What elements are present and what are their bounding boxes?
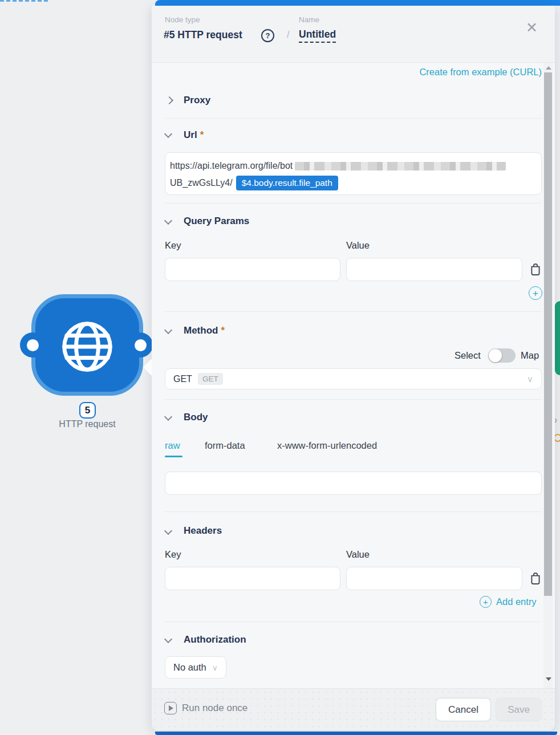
active-tab-underline bbox=[165, 456, 182, 457]
add-entry-label: Add entry bbox=[496, 596, 537, 607]
run-node-once-label: Run node once bbox=[182, 702, 247, 714]
scrollbar-down-arrow[interactable] bbox=[546, 677, 551, 681]
delete-row-icon[interactable] bbox=[530, 572, 541, 587]
toggle-map-label: Map bbox=[521, 350, 539, 361]
divider bbox=[165, 622, 542, 622]
add-row-icon[interactable]: + bbox=[529, 286, 542, 300]
node-type-value: #5 HTTP request bbox=[164, 29, 242, 41]
header-value-input[interactable] bbox=[346, 567, 522, 590]
node-connector-line bbox=[0, 0, 50, 2]
hidden-green-node[interactable] bbox=[555, 301, 560, 375]
node-number-badge: 5 bbox=[79, 402, 96, 419]
section-method-title[interactable]: Method* bbox=[184, 325, 225, 336]
modal-caret bbox=[143, 359, 152, 376]
divider bbox=[165, 399, 542, 400]
redacted-token bbox=[295, 162, 506, 170]
required-asterisk: * bbox=[200, 129, 204, 140]
run-node-once-button[interactable]: Run node once bbox=[164, 702, 247, 714]
method-dropdown[interactable]: GET GET ∨ bbox=[165, 368, 542, 389]
key-label: Key bbox=[165, 549, 181, 560]
header-key-input[interactable] bbox=[165, 567, 340, 590]
tab-raw[interactable]: raw bbox=[165, 440, 180, 451]
method-badge: GET bbox=[198, 373, 223, 385]
scrollbar-thumb[interactable] bbox=[544, 72, 552, 596]
section-query-params-title[interactable]: Query Params bbox=[184, 216, 249, 227]
chevron-down-icon: ∨ bbox=[212, 663, 218, 672]
delete-row-icon[interactable] bbox=[530, 263, 541, 278]
add-entry-button[interactable]: + Add entry bbox=[480, 596, 537, 608]
node-output-port[interactable] bbox=[128, 332, 153, 358]
value-label: Value bbox=[346, 240, 370, 251]
chevron-down-icon: ∨ bbox=[527, 374, 533, 384]
globe-icon bbox=[57, 318, 117, 377]
method-selected-value: GET bbox=[173, 374, 192, 384]
port-pin bbox=[135, 339, 147, 351]
query-param-key-input[interactable] bbox=[165, 258, 340, 281]
section-authorization-title[interactable]: Authorization bbox=[184, 634, 246, 645]
body-raw-input[interactable] bbox=[165, 472, 542, 495]
node-label: HTTP request bbox=[45, 419, 129, 429]
query-param-value-input[interactable] bbox=[346, 258, 522, 281]
select-map-toggle[interactable] bbox=[488, 348, 516, 363]
workflow-editor: 5 HTTP request o Node type #5 HTTP reque… bbox=[0, 0, 560, 735]
node-type-label: Node type bbox=[165, 15, 200, 24]
section-body-title[interactable]: Body bbox=[184, 412, 208, 423]
port-pin bbox=[27, 339, 39, 351]
name-label: Name bbox=[299, 15, 319, 24]
divider bbox=[165, 311, 542, 312]
header-separator: / bbox=[287, 29, 290, 40]
plus-circle-icon: + bbox=[480, 596, 492, 608]
url-text-line2: UB_zwGsLLy4/ bbox=[170, 178, 233, 188]
section-proxy-title[interactable]: Proxy bbox=[184, 95, 210, 106]
mapped-variable-tag[interactable]: $4.body.result.file_path bbox=[236, 176, 338, 190]
bottom-accent-bar bbox=[155, 732, 557, 735]
node-name-editable[interactable]: Untitled bbox=[299, 29, 336, 43]
auth-type-dropdown[interactable]: No auth ∨ bbox=[165, 656, 226, 679]
section-url-title[interactable]: Url* bbox=[184, 129, 204, 141]
required-asterisk: * bbox=[221, 325, 225, 336]
section-headers-title[interactable]: Headers bbox=[184, 525, 222, 537]
help-icon[interactable]: ? bbox=[261, 29, 274, 42]
toggle-knob bbox=[489, 349, 502, 362]
close-icon[interactable]: ✕ bbox=[526, 19, 538, 36]
value-label: Value bbox=[346, 549, 370, 560]
cancel-button[interactable]: Cancel bbox=[436, 698, 491, 721]
tab-form-data[interactable]: form-data bbox=[205, 440, 245, 451]
top-accent-bar bbox=[155, 0, 560, 6]
key-label: Key bbox=[165, 240, 181, 251]
play-icon bbox=[164, 702, 177, 714]
divider bbox=[165, 118, 542, 119]
divider bbox=[165, 203, 542, 204]
url-text-prefix: https://api.telegram.org/file/bot bbox=[170, 161, 293, 171]
auth-selected-value: No auth bbox=[173, 662, 206, 673]
create-from-example-link[interactable]: Create from example (CURL) bbox=[314, 67, 542, 78]
save-button[interactable]: Save bbox=[496, 698, 542, 721]
tab-x-www-form-urlencoded[interactable]: x-www-form-urlencoded bbox=[277, 440, 377, 451]
toggle-select-label: Select bbox=[455, 350, 481, 361]
node-input-port[interactable] bbox=[20, 332, 45, 358]
scrollbar-up-arrow[interactable] bbox=[546, 66, 551, 70]
url-input[interactable]: https://api.telegram.org/file/bot UB_zwG… bbox=[165, 152, 542, 195]
divider bbox=[165, 511, 542, 512]
